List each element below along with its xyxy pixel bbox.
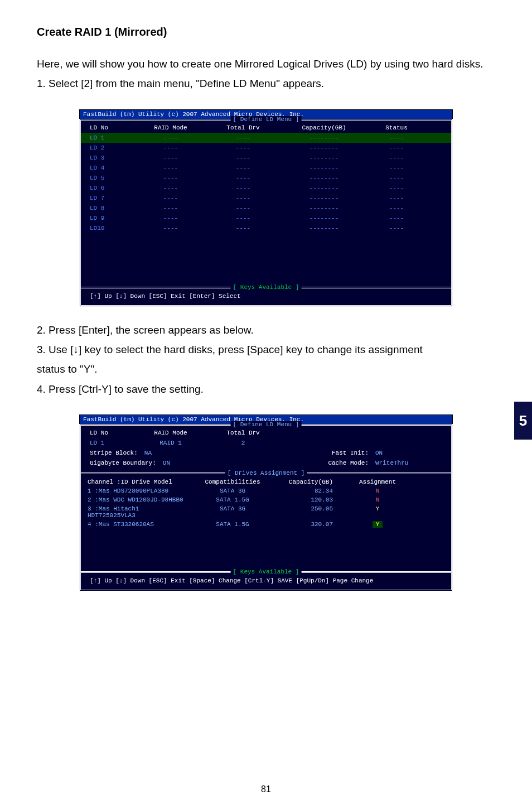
ld-no-cell: LD 7 (90, 195, 134, 201)
keys-available-label: [ Keys Available ] (231, 284, 302, 291)
ld-no-cell: LD 1 (90, 134, 134, 141)
capacity-cell: 82.34 (277, 488, 344, 494)
assignment-cell: Y (344, 505, 411, 519)
drive-row: 2 :Mas WDC WD1200JD-98HBB0SATA 1.5G120.0… (81, 495, 451, 504)
compatibility-cell: SATA 3G (188, 488, 277, 494)
intro-paragraph: Here, we will show you how to create one… (37, 55, 495, 73)
capacity-cell: -------- (279, 205, 369, 211)
keys-available-label: [ Keys Available ] (231, 568, 302, 575)
assignment-cell: Y (344, 521, 411, 528)
capacity-cell: -------- (279, 144, 369, 151)
status-cell: ---- (369, 134, 424, 141)
step-3a: 3. Use [↓] key to select the hard disks,… (37, 341, 495, 358)
stripe-block-label: Stripe Block: (90, 450, 138, 456)
total-drv-cell: ---- (207, 205, 279, 211)
capacity-cell: -------- (279, 134, 369, 141)
raid-mode-cell: ---- (134, 215, 207, 221)
capacity-cell: -------- (279, 215, 369, 221)
raid-mode-cell: ---- (134, 175, 207, 181)
channel-model-cell: 2 :Mas WDC WD1200JD-98HBB0 (88, 496, 188, 503)
status-cell: ---- (369, 185, 424, 191)
col-total-drv: Total Drv (207, 124, 279, 131)
drives-assignment-label: [ Drives Assignment ] (225, 470, 307, 476)
status-cell: ---- (369, 215, 424, 221)
col-ld-no: LD No (90, 430, 134, 436)
col-status: Status (369, 124, 424, 131)
assignment-value: N (376, 496, 380, 503)
keys-help-text: [↑] Up [↓] Down [ESC] Exit [Space] Chang… (90, 577, 373, 584)
ld-list-row: LD10-------------------- (81, 223, 451, 233)
col-compatibilities: Compatibilities (188, 479, 277, 485)
step-4: 4. Press [Ctrl-Y] to save the setting. (37, 380, 495, 398)
ld-no-cell: LD 4 (90, 165, 134, 171)
capacity-cell: 250.05 (277, 505, 344, 519)
frame-label-define-ld: [ Define LD Menu ] (231, 421, 302, 428)
fast-init-value: ON (375, 450, 409, 456)
ld-no-cell: LD 3 (90, 155, 134, 161)
ld-no-cell: LD 2 (90, 144, 134, 151)
step-1: 1. Select [2] from the main menu, "Defin… (37, 75, 495, 92)
col-total-drv: Total Drv (207, 430, 279, 436)
gigabyte-boundary-value: ON (163, 460, 170, 466)
ld-list-row: LD 4-------------------- (81, 163, 451, 173)
total-drv-cell: ---- (207, 175, 279, 181)
capacity-cell: -------- (279, 195, 369, 201)
bios-screenshot-define-ld: FastBuild (tm) Utility (c) 2007 Advanced… (79, 109, 453, 307)
compatibility-cell: SATA 3G (188, 505, 277, 519)
ld-config-row: LD 1 RAID 1 2 (81, 438, 451, 448)
total-drv-value: 2 (207, 440, 279, 446)
capacity-cell: -------- (279, 185, 369, 191)
assignment-value: Y (376, 505, 380, 512)
ld-list-row: LD 1-------------------- (81, 133, 451, 143)
ld-no-cell: LD 6 (90, 185, 134, 191)
raid-mode-cell: ---- (134, 195, 207, 201)
capacity-cell: -------- (279, 225, 369, 232)
status-cell: ---- (369, 144, 424, 151)
col-capacity: Capacity(GB) (277, 479, 344, 485)
channel-model-cell: 4 :Mas ST3320620AS (88, 521, 188, 528)
capacity-cell: 320.07 (277, 521, 344, 528)
capacity-cell: 120.03 (277, 496, 344, 503)
channel-model-cell: 1 :Mas HDS728090PLA380 (88, 488, 188, 494)
channel-model-cell: 3 :Mas Hitachi HDT725025VLA3 (88, 505, 188, 519)
ld-list-row: LD 6-------------------- (81, 183, 451, 193)
assignment-cell: N (344, 488, 411, 494)
ld-list-row: LD 5-------------------- (81, 173, 451, 183)
assignment-cell: N (344, 496, 411, 503)
bios-screenshot-drives-assignment: FastBuild (tm) Utility (c) 2007 Advanced… (79, 414, 453, 591)
col-raid-mode: RAID Mode (134, 430, 207, 436)
chapter-tab: 5 (514, 402, 532, 440)
ld-no-value: LD 1 (90, 440, 134, 446)
status-cell: ---- (369, 175, 424, 181)
section-heading: Create RAID 1 (Mirrored) (37, 26, 495, 38)
col-channel-model: Channel :ID Drive Model (88, 479, 188, 485)
raid-mode-cell: ---- (134, 185, 207, 191)
col-raid-mode: RAID Mode (134, 124, 207, 131)
ld-no-cell: LD 9 (90, 215, 134, 221)
raid-mode-cell: ---- (134, 165, 207, 171)
ld-list-row: LD 3-------------------- (81, 153, 451, 163)
ld-config-header: LD No RAID Mode Total Drv (81, 428, 451, 438)
step-3b: status to "Y". (37, 360, 495, 378)
drive-row: 3 :Mas Hitachi HDT725025VLA3SATA 3G250.0… (81, 504, 451, 520)
col-assignment: Assignment (344, 479, 411, 485)
keys-help-text: [↑] Up [↓] Down [ESC] Exit [Enter] Selec… (90, 293, 241, 300)
keys-available-frame: [ Keys Available ] [↑] Up [↓] Down [ESC]… (81, 287, 451, 305)
total-drv-cell: ---- (207, 195, 279, 201)
status-cell: ---- (369, 165, 424, 171)
raid-mode-cell: ---- (134, 134, 207, 141)
raid-mode-cell: ---- (134, 144, 207, 151)
page-number: 81 (261, 784, 271, 794)
total-drv-cell: ---- (207, 165, 279, 171)
stripe-block-value: NA (144, 450, 172, 456)
col-ld-no: LD No (90, 124, 134, 131)
fast-init-label: Fast Init: (332, 450, 369, 456)
assignment-value: Y (373, 521, 383, 528)
ld-no-cell: LD10 (90, 225, 134, 232)
ld-list-row: LD 8-------------------- (81, 203, 451, 213)
total-drv-cell: ---- (207, 185, 279, 191)
status-cell: ---- (369, 205, 424, 211)
table-header-row: LD No RAID Mode Total Drv Capacity(GB) S… (81, 123, 451, 133)
raid-mode-value: RAID 1 (134, 440, 207, 446)
ld-no-cell: LD 8 (90, 205, 134, 211)
